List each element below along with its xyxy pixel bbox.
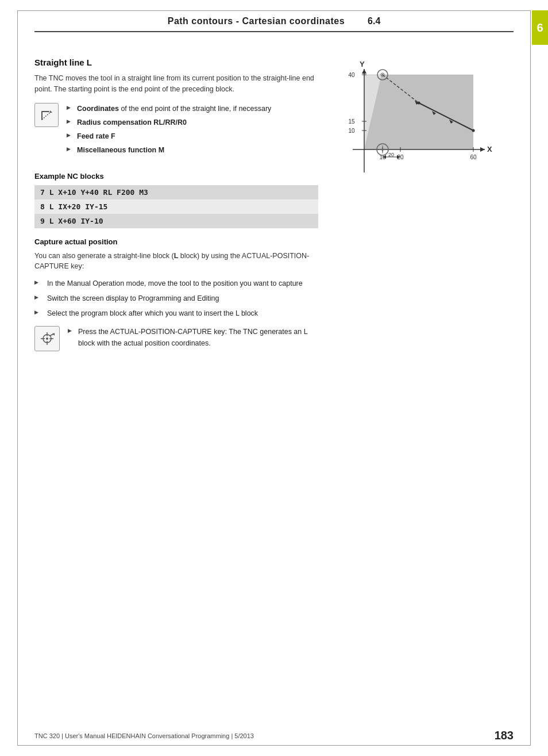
x-axis-label: X [487, 145, 492, 153]
section-heading-straight-line: Straight line L [34, 57, 318, 67]
x-tick-60: 60 [470, 154, 477, 160]
chapter-tab: 6 [532, 10, 548, 45]
diagram-container: X Y 40 15 10 [335, 57, 514, 209]
capture-heading: Capture actual position [34, 237, 318, 246]
x-span-20: 20 [388, 152, 394, 158]
lkey-svg [38, 107, 55, 123]
nc-row-2: 8 L IX+20 IY-15 [34, 199, 318, 214]
bullet-feedrate: Feed rate F [67, 131, 271, 142]
border-right [530, 10, 531, 746]
y-tick-10: 10 [348, 128, 355, 134]
cartesian-diagram: X Y 40 15 10 [335, 57, 508, 207]
page-header-title: Path contours - Cartesian coordinates [168, 16, 345, 26]
border-bottom [17, 745, 531, 746]
border-left [17, 10, 18, 746]
nc-blocks-table: 7 L X+10 Y+40 RL F200 M3 8 L IX+20 IY-15… [34, 185, 318, 228]
capture-intro-text: You can also generate a straight-line bl… [34, 251, 318, 273]
bullet-misc: Miscellaneous function M [67, 144, 271, 156]
capture-key-icon [34, 326, 60, 351]
y-tick-15: 15 [348, 118, 355, 125]
capture-key-bullet: Press the ACTUAL-POSITION-CAPTURE key: T… [68, 326, 318, 351]
svg-point-38 [382, 74, 384, 76]
table-row: 7 L X+10 Y+40 RL F200 M3 [34, 185, 318, 199]
chapter-number: 6 [537, 21, 543, 34]
page-number: 183 [495, 729, 514, 742]
page-footer: TNC 320 | User's Manual HEIDENHAIN Conve… [34, 729, 514, 742]
y-tick-40: 40 [348, 72, 355, 78]
svg-point-39 [418, 102, 420, 105]
svg-point-40 [472, 129, 475, 132]
right-column: X Y 40 15 10 [335, 57, 514, 357]
example-nc-heading: Example NC blocks [34, 172, 318, 181]
key-icon-area: Coordinates of the end point of the stra… [34, 103, 318, 158]
bullet-coordinates: Coordinates of the end point of the stra… [67, 103, 271, 114]
capture-bullet-2: Switch the screen display to Programming… [34, 293, 318, 304]
two-column-layout: Straight line L The TNC moves the tool i… [34, 57, 514, 357]
section-intro: The TNC moves the tool in a straight lin… [34, 73, 318, 95]
capture-svg [38, 330, 56, 347]
bullet-radius: Radius compensation RL/RR/R0 [67, 117, 271, 128]
table-row: 8 L IX+20 IY-15 [34, 199, 318, 214]
border-top [17, 10, 531, 11]
y-axis-label: Y [360, 60, 365, 68]
svg-marker-12 [364, 75, 473, 149]
capture-bullet-list: In the Manual Operation mode, move the t… [34, 278, 318, 319]
svg-marker-1 [50, 110, 52, 113]
page-header: Path contours - Cartesian coordinates 6.… [34, 16, 514, 32]
main-content: Straight line L The TNC moves the tool i… [34, 46, 514, 727]
svg-point-7 [46, 337, 48, 340]
table-row: 9 L X+60 IY-10 [34, 214, 318, 228]
nc-row-1: 7 L X+10 Y+40 RL F200 M3 [34, 185, 318, 199]
capture-key-bullet-item: Press the ACTUAL-POSITION-CAPTURE key: T… [68, 326, 318, 349]
nc-row-3: 9 L X+60 IY-10 [34, 214, 318, 228]
left-column: Straight line L The TNC moves the tool i… [34, 57, 318, 357]
capture-bullet-3: Select the program block after which you… [34, 308, 318, 319]
footer-text: TNC 320 | User's Manual HEIDENHAIN Conve… [34, 732, 254, 739]
straight-line-key-icon [34, 103, 59, 127]
svg-line-0 [42, 112, 51, 120]
capture-key-icon-area: Press the ACTUAL-POSITION-CAPTURE key: T… [34, 326, 318, 351]
page-header-section: 6.4 [368, 16, 380, 26]
bullet-list-straight-line: Coordinates of the end point of the stra… [67, 103, 271, 158]
capture-bullet-1: In the Manual Operation mode, move the t… [34, 278, 318, 289]
